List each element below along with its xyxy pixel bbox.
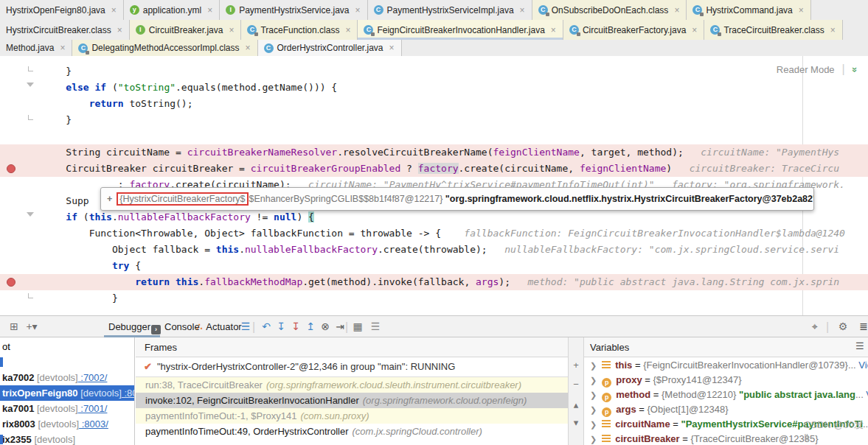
service-port-link[interactable]: :7002/ (78, 372, 108, 383)
expand-chevron-icon[interactable]: ❯ (590, 376, 597, 385)
evaluate-expression-icon[interactable]: ▦ (351, 316, 364, 337)
tab-close-icon[interactable]: × (245, 43, 250, 53)
settings-gear-icon[interactable]: ⚙ (836, 316, 850, 337)
service-port-link[interactable]: :8003/ (79, 418, 108, 430)
tab-label: TraceFunction.class (260, 25, 339, 35)
editor-tab[interactable]: CDelegatingMethodAccessorImpl.class× (72, 40, 257, 56)
truncation-ellipsis: ... (855, 389, 866, 400)
add-watch-button[interactable]: + (569, 360, 583, 371)
services-panel[interactable]: otka7002 [devtools] :7002/trixOpenFeign8… (0, 337, 135, 445)
service-icon-fragment (0, 435, 3, 444)
editor-tab[interactable]: HystrixOpenFeign80.java× (0, 0, 124, 20)
class-icon: C (247, 25, 257, 35)
menu-icon[interactable]: ☰ (239, 316, 252, 337)
code-line: return this.fallbackMethodMap.get(method… (0, 274, 868, 290)
tab-close-icon[interactable]: × (520, 5, 525, 15)
service-port-link[interactable]: :80 (122, 388, 135, 399)
step-over-icon[interactable]: ↧ (274, 316, 288, 337)
tab-close-icon[interactable]: × (229, 25, 234, 35)
frames-side-toolbar: +−▴▾ (568, 337, 584, 445)
tab-close-icon[interactable]: × (111, 5, 117, 15)
tab-close-icon[interactable]: × (207, 5, 212, 15)
editor-tab[interactable]: CHystrixCommand.java× (687, 0, 810, 20)
tab-close-icon[interactable]: × (60, 43, 65, 53)
breakpoint-icon[interactable] (7, 164, 15, 173)
breakpoint-icon[interactable] (7, 278, 15, 287)
toolbar-icon[interactable]: +▾ (25, 316, 38, 337)
frame-row[interactable]: paymentInfoTimeOut:-1, $Proxy141(com.sun… (136, 408, 568, 424)
variable-row[interactable]: ❯pmethod = {Method@12210} "public abstra… (584, 388, 868, 402)
view-link[interactable]: Vie (858, 360, 868, 371)
service-item[interactable]: ix2355 [devtools] (0, 432, 135, 445)
code-line (0, 128, 868, 144)
editor-tab[interactable]: CPaymentHystrixServiceImpl.java× (368, 0, 532, 20)
tab-label: TraceCircuitBreaker.class (723, 25, 824, 35)
thread-description: "hystrix-OrderHystrixController-2"@12,34… (157, 361, 455, 372)
expand-chevron-icon[interactable]: ❯ (590, 390, 597, 399)
editor-tab[interactable]: IPaymentHystrixService.java× (220, 0, 367, 20)
editor-tab[interactable]: Method.java× (0, 40, 72, 56)
tab-close-icon[interactable]: × (345, 25, 350, 35)
layout-settings-icon[interactable]: ☰ (855, 340, 864, 351)
editor-tab[interactable]: COrderHystrixController.java× (258, 40, 402, 56)
variable-row[interactable]: ❯pargs = {Object[1]@12348} (584, 402, 868, 417)
hide-panel-icon[interactable]: ≣ (857, 316, 868, 337)
toolbar-icon[interactable]: ⊞ (7, 316, 21, 337)
tab-close-icon[interactable]: × (389, 43, 395, 53)
expand-icon[interactable]: + (107, 194, 112, 204)
editor-tab[interactable]: COnSubscribeDoOnEach.class× (532, 0, 687, 20)
editor-tab[interactable]: CFeignCircuitBreakerInvocationHandler.ja… (358, 20, 563, 40)
tab-close-icon[interactable]: × (830, 25, 836, 35)
scroll-down-button[interactable]: ▾ (569, 417, 583, 428)
editor-tab[interactable]: HystrixCircuitBreaker.class× (0, 20, 130, 40)
editor-tab[interactable]: CTraceCircuitBreaker.class× (704, 20, 842, 40)
code-editor[interactable]: return hashCode(); } else if ("toString"… (0, 56, 868, 315)
show-execution-point-icon[interactable]: ↶ (260, 316, 273, 337)
mute-breakpoints-icon[interactable]: ⌖ (808, 316, 822, 337)
tab-close-icon[interactable]: × (117, 25, 122, 35)
service-item[interactable]: trixOpenFeign80 [devtools] :80 (0, 385, 135, 401)
fold-marker-icon[interactable] (28, 66, 33, 71)
thread-selector[interactable]: ✔"hystrix-OrderHystrixController-2"@12,3… (136, 357, 568, 377)
tab-close-icon[interactable]: × (674, 5, 679, 15)
editor-tab[interactable]: ICircuitBreaker.java× (130, 20, 242, 40)
service-port-link[interactable]: :7001/ (78, 403, 108, 414)
tab-close-icon[interactable]: × (355, 5, 361, 15)
tab-close-icon[interactable]: × (692, 25, 697, 35)
run-to-cursor-icon[interactable]: ⇥ (333, 316, 347, 337)
remove-watch-button[interactable]: − (569, 379, 583, 390)
debug-tab-actuator[interactable]: ∴Actuator (196, 316, 242, 337)
expand-chevron-icon[interactable]: ❯ (590, 420, 597, 429)
frame-row[interactable]: invoke:102, FeignCircuitBreakerInvocatio… (136, 393, 568, 408)
expand-chevron-icon[interactable]: ❯ (590, 361, 597, 370)
layout-icon[interactable]: ☰ (369, 316, 382, 337)
variable-row[interactable]: ❯pproxy = {$Proxy141@12347} (584, 373, 868, 388)
frame-row[interactable]: paymentInfoTimeOut:49, OrderHystrixContr… (136, 424, 568, 439)
service-item[interactable]: ka7001 [devtools] :7001/ (0, 401, 135, 416)
editor-tab[interactable]: CCircuitBreakerFactory.java× (563, 20, 705, 40)
frame-row[interactable]: run:38, TraceCircuitBreaker(org.springfr… (136, 377, 568, 393)
service-item[interactable]: rix8003 [devtools] :8003/ (0, 416, 135, 432)
editor-tab[interactable]: yapplication.yml× (124, 0, 220, 20)
fold-marker-icon[interactable] (27, 212, 34, 217)
variable-name: this (615, 360, 632, 371)
fold-marker-icon[interactable] (28, 115, 33, 120)
code-vision-icon[interactable]: » (850, 66, 861, 71)
debug-tab-console[interactable]: ›Console (151, 316, 200, 337)
scroll-up-button[interactable]: ▴ (569, 399, 583, 410)
variable-row[interactable]: ❯this = {FeignCircuitBreakerInvocationHa… (584, 358, 868, 373)
service-item[interactable]: ka7002 [devtools] :7002/ (0, 370, 135, 385)
force-step-into-icon[interactable]: ↧ (289, 316, 302, 337)
editor-tab[interactable]: CTraceFunction.class× (241, 20, 358, 40)
tab-close-icon[interactable]: × (551, 25, 556, 35)
fold-marker-icon[interactable] (27, 83, 34, 87)
debug-tab-debugger[interactable]: Debugger (108, 316, 150, 337)
drop-frame-icon[interactable]: ⊗ (319, 316, 332, 337)
service-item[interactable]: ot (0, 339, 135, 354)
step-out-icon[interactable]: ↥ (304, 316, 317, 337)
reader-mode-label[interactable]: Reader Mode (777, 64, 835, 75)
expand-chevron-icon[interactable]: ❯ (590, 435, 597, 444)
expand-chevron-icon[interactable]: ❯ (590, 405, 597, 414)
fold-marker-icon[interactable] (28, 293, 33, 298)
tab-close-icon[interactable]: × (799, 5, 804, 15)
